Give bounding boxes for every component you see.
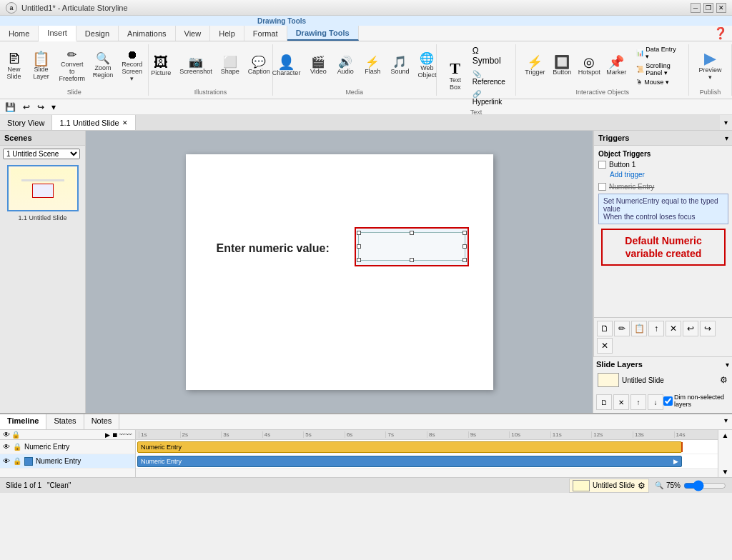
layer-row: Untitled Slide ⚙ — [596, 371, 729, 389]
reference-button[interactable]: 📎 Reference — [470, 69, 510, 87]
slide-layer-button[interactable]: 📋 SlideLayer — [29, 49, 54, 82]
slide-tab-close[interactable]: ✕ — [122, 119, 128, 126]
scroll-down-button[interactable]: ▼ — [722, 468, 729, 476]
zoom-region-button[interactable]: 🔍 ZoomRegion — [90, 51, 116, 81]
undo-icon[interactable]: ↩ — [21, 101, 32, 113]
panel-collapse-button[interactable]: ▾ — [720, 115, 732, 130]
trigger-close-button[interactable]: ✕ — [597, 338, 613, 354]
screenshot-button[interactable]: 📷 Screenshot — [176, 54, 216, 77]
restore-button[interactable]: ❐ — [703, 3, 713, 13]
button-button[interactable]: 🔲 Button — [549, 54, 575, 78]
timeline-play-button[interactable]: ▶ — [105, 431, 110, 439]
handle-top-right[interactable] — [463, 231, 467, 235]
timeline-tab[interactable]: Timeline — [0, 414, 46, 429]
convert-freeform-button[interactable]: ✏ Convert toFreeform — [56, 47, 89, 84]
scroll-up-button[interactable]: ▲ — [722, 431, 729, 439]
handle-top-center[interactable] — [410, 231, 414, 235]
character-button[interactable]: 👤 Character — [269, 53, 305, 79]
marker-button[interactable]: 📌 Marker — [603, 54, 629, 78]
caption-icon: 💬 — [252, 56, 266, 68]
layer-name: Untitled Slide — [622, 376, 717, 384]
audio-button[interactable]: 🔊 Audio — [332, 54, 358, 77]
story-view-tab[interactable]: Story View — [0, 115, 52, 130]
data-entry-button[interactable]: 📊 Data Entry ▾ — [633, 45, 683, 61]
bottom-panel-collapse[interactable]: ▾ — [720, 414, 732, 429]
hyperlink-button[interactable]: 🔗 Hyperlink — [470, 89, 510, 107]
minimize-button[interactable]: ─ — [691, 3, 701, 13]
dim-checkbox-input[interactable] — [663, 396, 673, 406]
triggers-content: Object Triggers Button 1 Add trigger Num… — [594, 146, 732, 317]
text-box-button[interactable]: T TextBox — [442, 59, 468, 93]
handle-bottom-center[interactable] — [410, 258, 414, 262]
trigger-delete-button[interactable]: ✕ — [666, 321, 681, 336]
tab-drawing-tools[interactable]: Drawing Tools — [287, 26, 359, 41]
handle-middle-right[interactable] — [463, 244, 467, 249]
flash-button[interactable]: ⚡ Flash — [360, 54, 385, 77]
layer-delete-button[interactable]: ✕ — [613, 394, 629, 410]
layer-up-button[interactable]: ↑ — [630, 394, 646, 410]
layer-add-button[interactable]: 🗋 — [596, 394, 612, 410]
tab-view[interactable]: View — [176, 26, 211, 41]
symbol-button[interactable]: Ω Symbol — [470, 44, 510, 67]
slide-layer-thumb — [573, 480, 590, 491]
trigger-undo-button[interactable]: ↩ — [683, 321, 698, 336]
save-icon[interactable]: 💾 — [3, 101, 18, 113]
record-screen-button[interactable]: ⏺ RecordScreen ▾ — [117, 47, 147, 84]
picture-button[interactable]: 🖼 Picture — [147, 53, 174, 79]
slide-layers-collapse[interactable]: ▾ — [726, 361, 729, 369]
tab-design[interactable]: Design — [76, 26, 119, 41]
slide-label: 1.1 Untitled Slide — [3, 214, 82, 221]
handle-middle-left[interactable] — [357, 244, 361, 249]
triggers-collapse-button[interactable]: ▾ — [725, 134, 728, 142]
trigger-edit-button[interactable]: ✏ — [614, 321, 630, 336]
window-controls[interactable]: ─ ❐ ✕ — [691, 3, 726, 13]
shape-button[interactable]: ⬜ Shape — [217, 54, 243, 77]
notes-tab[interactable]: Notes — [84, 414, 120, 429]
view-tabs: Story View 1.1 Untitled Slide ✕ ▾ — [0, 115, 732, 131]
timeline-bar-1[interactable]: Numeric Entry — [137, 441, 682, 453]
trigger-up-button[interactable]: ↑ — [648, 321, 664, 336]
ruler-mark-14s: 14s — [674, 431, 716, 438]
layer-down-button[interactable]: ↓ — [648, 394, 663, 410]
dim-checkbox[interactable]: Dim non-selected layers — [663, 394, 729, 408]
tab-insert[interactable]: Insert — [39, 26, 76, 41]
video-button[interactable]: 🎬 Video — [305, 54, 331, 77]
layer-gear-icon[interactable]: ⚙ — [720, 375, 728, 385]
trigger-button[interactable]: ⚡ Trigger — [522, 54, 548, 78]
numeric-entry-box[interactable] — [355, 227, 469, 266]
handle-bottom-right[interactable] — [463, 258, 467, 262]
scrolling-panel-button[interactable]: 📜 Scrolling Panel ▾ — [633, 61, 683, 77]
timeline-stop-button[interactable]: ⏹ — [112, 431, 118, 439]
slide-tab[interactable]: 1.1 Untitled Slide ✕ — [52, 115, 135, 130]
slide-thumbnail-panel: 1.1 Untitled Slide — [0, 162, 85, 413]
help-icon[interactable]: ❓ — [713, 26, 728, 40]
mouse-button[interactable]: 🖱 Mouse ▾ — [633, 78, 683, 86]
close-button[interactable]: ✕ — [716, 3, 726, 13]
states-tab[interactable]: States — [46, 414, 84, 429]
tab-help[interactable]: Help — [210, 26, 244, 41]
sound-button[interactable]: 🎵 Sound — [387, 54, 412, 77]
scene-select[interactable]: 1 Untitled Scene — [3, 149, 80, 159]
tab-animations[interactable]: Animations — [119, 26, 175, 41]
numeric-entry-checkbox[interactable] — [598, 183, 606, 191]
trigger-redo-button[interactable]: ↪ — [700, 321, 716, 336]
add-trigger-link[interactable]: Add trigger — [610, 171, 728, 179]
ribbon-group-publish: ▶ Preview▾ Publish — [689, 44, 732, 96]
handle-top-left[interactable] — [357, 231, 361, 235]
hotspot-button[interactable]: ◎ Hotspot — [576, 54, 602, 78]
handle-bottom-left[interactable] — [357, 258, 361, 262]
tab-home[interactable]: Home — [0, 26, 39, 41]
zoom-slider[interactable] — [683, 480, 726, 491]
slide-thumbnail[interactable] — [7, 165, 79, 211]
preview-button[interactable]: ▶ Preview▾ — [694, 46, 726, 86]
trigger-add-button[interactable]: 🗋 — [597, 321, 613, 336]
redo-icon[interactable]: ↪ — [35, 101, 46, 113]
trigger-copy-button[interactable]: 📋 — [631, 321, 647, 336]
slide-layer-gear[interactable]: ⚙ — [638, 481, 646, 491]
new-slide-button[interactable]: 🖹 NewSlide — [1, 49, 27, 82]
tab-format[interactable]: Format — [244, 26, 287, 41]
button1-checkbox[interactable] — [598, 161, 606, 169]
more-icon[interactable]: ▾ — [49, 101, 58, 113]
default-var-text: Default Numeric variable created — [625, 235, 701, 259]
timeline-bar-2[interactable]: Numeric Entry ▶ — [137, 456, 682, 467]
